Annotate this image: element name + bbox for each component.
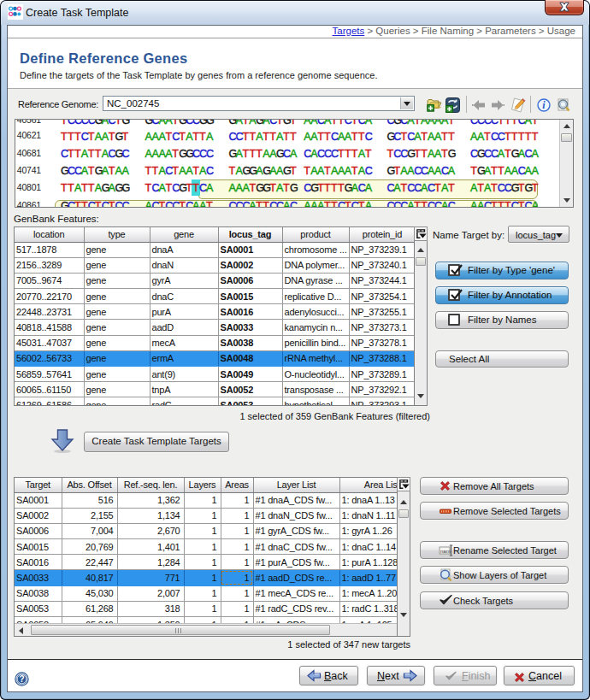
svg-text:nam: nam xyxy=(440,549,451,554)
svg-text:?: ? xyxy=(19,674,24,684)
